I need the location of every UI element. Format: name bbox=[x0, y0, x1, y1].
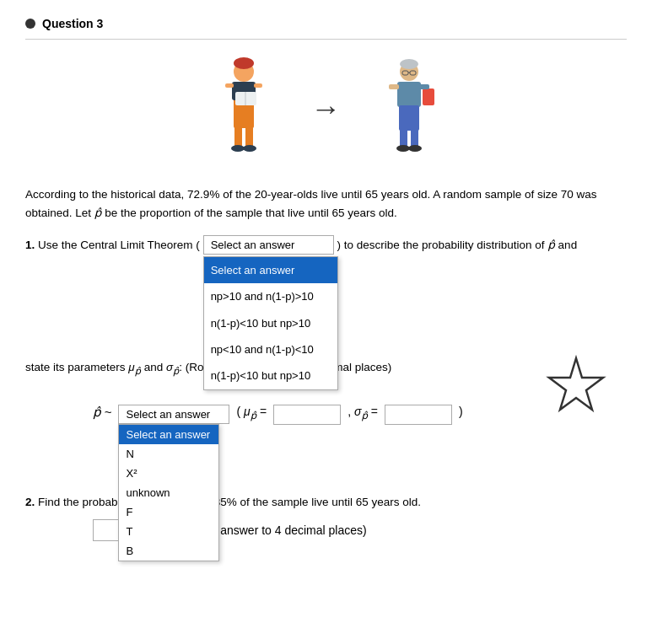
description-text: According to the historical data, 72.9% … bbox=[25, 185, 627, 222]
svg-rect-8 bbox=[234, 126, 242, 148]
close-paren: ) bbox=[459, 405, 463, 418]
person2-illustration bbox=[375, 56, 443, 169]
part1-text-after: ) to describe the probability distributi… bbox=[337, 239, 577, 251]
svg-rect-18 bbox=[399, 105, 419, 131]
phat-sim-label: p̂ ~ bbox=[93, 405, 111, 420]
svg-rect-17 bbox=[397, 82, 421, 107]
dd2-opt-b[interactable]: B bbox=[119, 541, 218, 561]
part2: 2. Find the probability that more than 8… bbox=[25, 492, 627, 541]
svg-rect-22 bbox=[400, 129, 407, 148]
sigma-input[interactable] bbox=[385, 405, 452, 425]
dropdown1-container: Select an answer np>10 and n(1-p)>10 n(1… bbox=[203, 235, 334, 255]
part1-use-clt: Use the Central Limit Theorem ( bbox=[38, 239, 200, 251]
star-decoration bbox=[542, 354, 610, 424]
desc-text2: be the proportion of the sample that liv… bbox=[101, 207, 396, 219]
svg-rect-9 bbox=[245, 126, 253, 148]
clt-condition-select[interactable]: Select an answer np>10 and n(1-p)>10 n(1… bbox=[203, 235, 334, 255]
dropdown2-open: Select an answer N X² unknown F T B bbox=[118, 424, 219, 561]
part2-number: 2. bbox=[25, 496, 35, 508]
dd1-opt2[interactable]: n(1-p)<10 but np>10 bbox=[204, 310, 337, 336]
part2-answer-row: (Round the answer to 4 decimal places) bbox=[25, 519, 627, 541]
dd2-opt-unknown[interactable]: unknown bbox=[119, 483, 218, 502]
param-row: p̂ ~ Select an answer N X² unknown F T B… bbox=[25, 405, 627, 425]
part2-question: Find the probability that more than 85% … bbox=[38, 496, 421, 508]
svg-rect-23 bbox=[411, 129, 418, 148]
svg-rect-20 bbox=[389, 84, 399, 89]
svg-point-24 bbox=[396, 145, 410, 152]
dd1-opt1[interactable]: np>10 and n(1-p)>10 bbox=[204, 283, 337, 309]
svg-point-10 bbox=[231, 145, 245, 152]
svg-point-1 bbox=[234, 57, 254, 69]
part1-number: 1. bbox=[25, 239, 35, 251]
comma-sigma: , σp̂ = bbox=[348, 405, 378, 421]
dd2-opt-n[interactable]: N bbox=[119, 444, 218, 464]
svg-rect-6 bbox=[225, 83, 234, 88]
dd1-opt-select[interactable]: Select an answer bbox=[204, 257, 337, 283]
svg-point-11 bbox=[243, 145, 256, 152]
svg-point-13 bbox=[400, 59, 418, 69]
open-paren: ( μp̂ = bbox=[236, 405, 267, 421]
arrow-illustration: → bbox=[311, 91, 342, 126]
dd1-opt3[interactable]: np<10 and n(1-p)<10 bbox=[204, 336, 337, 362]
dd2-opt-x2[interactable]: X² bbox=[119, 464, 218, 483]
part1: 1. Use the Central Limit Theorem ( Selec… bbox=[25, 235, 627, 425]
dd2-opt-select[interactable]: Select an answer bbox=[119, 425, 218, 444]
part1-text: 1. Use the Central Limit Theorem ( Selec… bbox=[25, 235, 627, 256]
person1-illustration bbox=[210, 56, 278, 169]
dropdown1-open: Select an answer np>10 and n(1-p)>10 n(1… bbox=[203, 256, 338, 390]
part2-text: 2. Find the probability that more than 8… bbox=[25, 492, 627, 513]
svg-marker-26 bbox=[549, 358, 603, 410]
dd2-opt-t[interactable]: T bbox=[119, 522, 218, 541]
svg-rect-7 bbox=[254, 83, 262, 88]
question-title: Question 3 bbox=[42, 17, 103, 30]
svg-rect-19 bbox=[423, 89, 434, 105]
mu-input[interactable] bbox=[273, 405, 341, 425]
distribution-select[interactable]: Select an answer N X² unknown F T B bbox=[118, 405, 229, 424]
svg-point-25 bbox=[408, 145, 422, 152]
question-dot bbox=[25, 19, 35, 29]
dropdown2-container: Select an answer N X² unknown F T B Sele… bbox=[118, 405, 229, 424]
dd2-opt-f[interactable]: F bbox=[119, 502, 218, 522]
question-header: Question 3 bbox=[25, 17, 627, 40]
illustration-row: → bbox=[25, 56, 627, 169]
dd1-opt4[interactable]: n(1-p)<10 but np>10 bbox=[204, 362, 337, 389]
svg-rect-21 bbox=[419, 84, 429, 89]
